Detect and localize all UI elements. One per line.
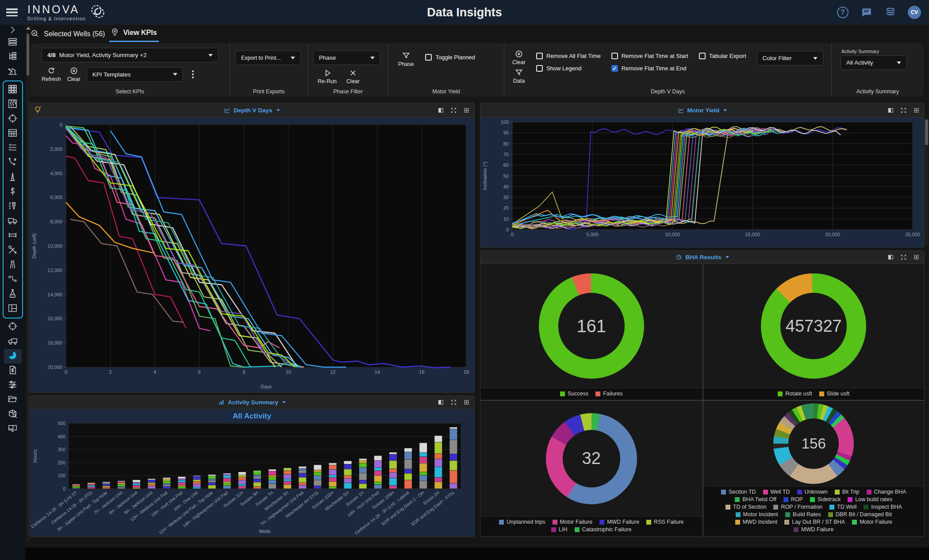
donut-chart[interactable]: 156 — [773, 403, 854, 484]
legend-item[interactable]: Inspect BHA — [864, 504, 902, 510]
view-kpis-tab[interactable]: View KPIs — [109, 27, 158, 42]
legend-item[interactable]: Motor Incident — [736, 511, 778, 518]
sidebar-item-pumpjack[interactable] — [4, 65, 22, 79]
legend-item[interactable]: Build Rates — [785, 511, 821, 518]
motor-yield-scrollbar[interactable] — [925, 119, 928, 246]
database-icon[interactable] — [884, 6, 897, 19]
legend-item[interactable]: Slide usft — [819, 391, 849, 397]
clear-data-button[interactable]: Clear — [512, 50, 526, 65]
motor-yield-title[interactable]: Motor Yield — [678, 107, 727, 114]
sidebar-item-pipework[interactable] — [4, 272, 22, 287]
legend-item[interactable]: DBR Bit / Damaged Bit — [828, 511, 892, 518]
donut-chart[interactable]: 32 — [546, 413, 637, 504]
kpi-templates-dropdown[interactable]: KPI Templates — [87, 67, 183, 82]
expand-icon[interactable] — [900, 107, 907, 114]
sidebar-item-collapse-chevron[interactable] — [4, 26, 22, 35]
sidebar-item-derrick[interactable] — [4, 170, 22, 185]
export-to-print-dropdown[interactable]: Export to Print... — [235, 50, 301, 65]
sidebar-item-well-tree[interactable] — [4, 50, 22, 65]
split-view-icon[interactable] — [887, 254, 894, 261]
legend-item[interactable]: RSS Failure — [646, 519, 683, 525]
legend-item[interactable]: Motor Failure — [852, 519, 892, 525]
activity-summary-chart[interactable]: 0100200300400500HoursCerberus 14-28 - 3H… — [30, 421, 474, 535]
search-check-icon[interactable] — [30, 29, 39, 40]
legend-item[interactable]: Change BHA — [867, 489, 906, 495]
legend-item[interactable]: ROP / Formation — [773, 504, 822, 510]
checkbox-remove-flat-time-start[interactable]: Remove Flat Time at Start — [611, 53, 688, 59]
checkbox-tabular-export[interactable]: Tabular Export — [699, 53, 746, 59]
legend-item[interactable]: BHA Twist Off — [735, 496, 776, 502]
clear-phase-button[interactable]: Clear — [346, 69, 360, 84]
refresh-button[interactable]: Refresh — [42, 66, 61, 82]
split-view-icon[interactable] — [887, 107, 894, 114]
legend-item[interactable]: Catastrophic Failure — [575, 526, 632, 533]
rerun-button[interactable]: Re-Run — [318, 69, 337, 84]
sidebar-item-files-folder[interactable] — [4, 393, 22, 407]
clear-kpis-button[interactable]: Clear — [67, 66, 81, 82]
legend-item[interactable]: Success — [560, 391, 588, 397]
expand-icon[interactable] — [450, 107, 457, 114]
kebab-menu-icon[interactable] — [189, 68, 196, 81]
depth-v-days-chart[interactable]: 02468101214161802,0004,0006,0008,00010,0… — [30, 118, 474, 392]
expand-icon[interactable] — [900, 254, 907, 261]
legend-item[interactable]: Well TD — [763, 489, 790, 495]
popout-icon[interactable] — [913, 107, 920, 114]
legend-item[interactable]: MWD Incident — [735, 519, 778, 525]
legend-item[interactable]: MWD Failure — [794, 526, 833, 533]
sidebar-item-dashboard-grid[interactable] — [4, 83, 22, 97]
help-icon[interactable]: ? — [836, 6, 849, 19]
legend-item[interactable]: Lay Out BR / ST BHA — [784, 519, 845, 525]
popout-icon[interactable] — [463, 399, 470, 406]
data-funnel-button[interactable]: Data — [512, 68, 526, 84]
sidebar-item-tools[interactable] — [4, 243, 22, 258]
legend-item[interactable]: Section TD — [721, 489, 756, 495]
legend-item[interactable]: Failures — [595, 391, 622, 397]
sidebar-item-kpi-list[interactable] — [4, 35, 22, 50]
legend-item[interactable]: MWD Failure — [599, 519, 639, 525]
legend-item[interactable]: TD Well — [829, 504, 856, 510]
legend-item[interactable]: LIH — [551, 526, 567, 533]
sidebar-item-data-insights-pie[interactable] — [4, 349, 22, 364]
sidebar-item-road[interactable] — [4, 258, 22, 272]
popout-icon[interactable] — [463, 107, 470, 114]
sidebar-item-daily-report-checklist[interactable] — [4, 141, 22, 156]
motor-yield-chart[interactable]: 05,00010,00015,00020,00025,0000102030405… — [480, 118, 924, 247]
bha-results-title[interactable]: BHA Results — [676, 254, 729, 261]
legend-item[interactable]: Unplanned trips — [499, 519, 545, 525]
legend-item[interactable]: TD of Section — [726, 504, 767, 510]
split-view-icon[interactable] — [438, 399, 444, 406]
selected-wells-label[interactable]: Selected Wells (56) — [44, 30, 105, 38]
sidebar-item-target-2[interactable] — [4, 320, 22, 334]
checkbox-show-legend[interactable]: Show Legend — [536, 65, 601, 72]
sidebar-item-layout[interactable] — [4, 302, 22, 316]
legend-item[interactable]: Rotate usft — [778, 391, 812, 397]
sidebar-item-invoice-doc[interactable] — [4, 364, 22, 378]
activity-summary-title[interactable]: Activity Summary — [218, 399, 286, 406]
sidebar-item-bha-springs[interactable] — [4, 97, 22, 112]
sidebar-item-workstation-monitor[interactable] — [4, 422, 22, 437]
sidebar-item-target[interactable] — [4, 112, 22, 127]
sidebar-item-pipe-tally[interactable] — [4, 229, 22, 243]
color-filter-dropdown[interactable]: Color Filter — [757, 51, 823, 65]
popout-icon[interactable] — [913, 254, 920, 261]
sidebar-item-logistics-truck[interactable] — [4, 214, 22, 229]
depth-v-days-title[interactable]: Depth V Days — [224, 107, 280, 114]
sidebar-item-filter-sliders[interactable] — [4, 378, 22, 393]
legend-item[interactable]: Unknown — [797, 489, 828, 495]
sidebar-item-mud-lab-flask[interactable] — [4, 287, 22, 302]
all-activity-dropdown[interactable]: All Activity — [841, 55, 907, 70]
legend-item[interactable]: ROP — [783, 496, 803, 502]
sidebar-item-inventory-search[interactable] — [4, 407, 22, 422]
user-avatar[interactable]: CV — [908, 6, 921, 19]
legend-item[interactable]: Low build rates — [848, 496, 892, 502]
sidebar-item-costs-dollar[interactable] — [4, 185, 22, 199]
sidebar-item-bit-report[interactable] — [4, 199, 22, 214]
sidebar-item-transport-truck[interactable] — [4, 334, 22, 349]
checkbox-remove-flat-time-end[interactable]: Remove Flat Time at End — [611, 65, 688, 72]
checkbox-remove-all-flat-time[interactable]: Remove All Flat Time — [536, 53, 601, 59]
donut-chart[interactable]: 457327 — [761, 273, 866, 379]
legend-item[interactable]: Motor Failure — [553, 519, 593, 525]
phase-funnel-button[interactable]: Phase — [398, 51, 414, 67]
insight-lightbulb-icon[interactable] — [33, 105, 43, 117]
legend-item[interactable]: Sidetrack — [810, 496, 841, 502]
